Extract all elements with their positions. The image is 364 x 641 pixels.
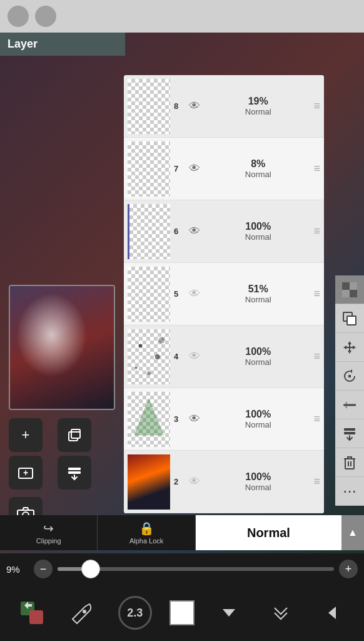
layer-opacity-3: 100%	[245, 409, 271, 420]
alpha-lock-button[interactable]: 🔒 Alpha Lock	[98, 515, 195, 550]
top-circle-2[interactable]	[35, 6, 56, 27]
eyedropper-button[interactable]	[66, 596, 100, 630]
svg-rect-14	[348, 375, 351, 377]
layer-mode-8: Normal	[245, 107, 271, 116]
blend-expand-icon: ▲	[348, 527, 358, 538]
svg-rect-9	[350, 290, 357, 297]
layer-menu-icon-5[interactable]: ≡	[313, 287, 320, 300]
svg-rect-4	[68, 468, 81, 470]
brush-size-value: 2.3	[127, 607, 143, 620]
blend-expand-button[interactable]: ▲	[341, 515, 364, 550]
opacity-slider-track[interactable]	[58, 567, 334, 571]
flatten-button[interactable]	[58, 456, 91, 490]
layer-panel-header: Layer	[0, 33, 125, 56]
layer-row[interactable]: 6 👁 100% Normal ≡	[124, 200, 324, 263]
layer-opacity-5: 51%	[248, 284, 268, 295]
blend-mode-selector[interactable]: Normal	[196, 515, 341, 550]
layer-menu-icon-4[interactable]: ≡	[313, 350, 320, 363]
layer-menu-icon-6[interactable]: ≡	[313, 225, 320, 238]
back-button[interactable]	[315, 596, 349, 630]
layer-mode-7: Normal	[245, 170, 271, 179]
visibility-icon-3[interactable]: 👁	[189, 413, 200, 426]
layer-number-2: 2	[174, 477, 183, 486]
delete-layer-button[interactable]	[335, 448, 364, 477]
layer-number-3: 3	[174, 414, 183, 424]
layer-row[interactable]: 3 👁 100% Normal ≡	[124, 388, 324, 451]
layer-row[interactable]: 8 👁 19% Normal ≡	[124, 75, 324, 138]
layer-row[interactable]: 5 👁 51% Normal ≡	[124, 263, 324, 326]
scroll-down-button[interactable]	[212, 596, 246, 630]
layer-menu-icon-3[interactable]: ≡	[313, 413, 320, 426]
layer-row[interactable]: 2 👁 100% Normal ≡	[124, 451, 324, 513]
layer-opacity-8: 19%	[248, 96, 268, 107]
layer-menu-icon-2[interactable]: ≡	[313, 475, 320, 488]
svg-rect-1	[71, 429, 80, 438]
layer-thumbnail-7	[128, 141, 170, 197]
opacity-slider-thumb[interactable]	[81, 560, 100, 578]
svg-text:+: +	[23, 468, 28, 478]
visibility-icon-6[interactable]: 👁	[189, 225, 200, 238]
visibility-icon-4[interactable]: 👁	[189, 350, 200, 363]
left-tool-panel: + +	[9, 418, 103, 531]
layer-mode-3: Normal	[245, 420, 271, 429]
swap-colors-button[interactable]	[15, 596, 49, 630]
svg-rect-16	[344, 428, 355, 431]
layer-menu-icon-8[interactable]: ≡	[313, 100, 320, 113]
duplicate-layer-button[interactable]	[58, 418, 91, 452]
transform-button[interactable]	[335, 304, 364, 333]
flip-button[interactable]	[335, 391, 364, 419]
svg-rect-10	[350, 282, 357, 290]
layer-menu-icon-7[interactable]: ≡	[313, 162, 320, 175]
blend-mode-value: Normal	[247, 526, 290, 540]
layer-info-5: 51% Normal	[206, 284, 310, 304]
layer-info-4: 100% Normal	[206, 346, 310, 367]
layer-thumbnail-2	[128, 454, 170, 510]
move-button[interactable]	[335, 333, 364, 362]
scroll-down-alt-button[interactable]	[264, 596, 298, 630]
opacity-bar: 9% − +	[0, 553, 364, 585]
clipping-label: Clipping	[36, 537, 61, 545]
svg-rect-13	[347, 316, 356, 325]
merge-down-button[interactable]	[335, 419, 364, 448]
visibility-icon-7[interactable]: 👁	[189, 162, 200, 175]
more-options-button[interactable]: ⋯	[335, 477, 364, 506]
rotate-button[interactable]	[335, 362, 364, 391]
clipping-icon: ↪	[43, 521, 54, 536]
layer-thumbnail-8	[128, 79, 170, 134]
layer-thumbnail-3	[128, 392, 170, 447]
top-circle-1[interactable]	[8, 6, 29, 27]
color-swatch[interactable]	[169, 600, 195, 625]
layer-title: Layer	[8, 38, 38, 50]
alpha-lock-label: Alpha Lock	[129, 537, 163, 545]
layer-number-8: 8	[174, 101, 183, 111]
layer-info-6: 100% Normal	[206, 221, 310, 242]
checkerboard-button[interactable]	[335, 275, 364, 304]
layer-row[interactable]: 4 👁 100% Normal ≡	[124, 326, 324, 388]
canvas-thumbnail	[9, 285, 115, 410]
brush-size-indicator[interactable]: 2.3	[118, 596, 152, 630]
layer-number-4: 4	[174, 352, 183, 361]
clipping-button[interactable]: ↪ Clipping	[0, 515, 98, 550]
visibility-icon-8[interactable]: 👁	[189, 100, 200, 113]
layer-row[interactable]: 7 👁 8% Normal ≡	[124, 138, 324, 200]
add-group-button[interactable]: +	[9, 456, 43, 490]
visibility-icon-5[interactable]: 👁	[189, 287, 200, 300]
layer-thumbnail-6	[128, 204, 170, 259]
layer-opacity-6: 100%	[245, 221, 271, 232]
layer-mode-2: Normal	[245, 483, 271, 492]
visibility-icon-2[interactable]: 👁	[189, 475, 200, 488]
alpha-lock-icon: 🔒	[139, 521, 154, 536]
svg-rect-5	[68, 471, 81, 474]
layer-opacity-7: 8%	[251, 158, 265, 170]
opacity-decrease-button[interactable]: −	[34, 560, 53, 578]
layer-info-2: 100% Normal	[206, 471, 310, 492]
bottom-toolbar: 2.3	[0, 585, 364, 641]
add-layer-button[interactable]: +	[9, 418, 43, 452]
layer-number-5: 5	[174, 289, 183, 299]
right-tool-strip: ⋯	[335, 275, 364, 506]
layer-opacity-4: 100%	[245, 346, 271, 357]
layer-info-3: 100% Normal	[206, 409, 310, 429]
layer-number-7: 7	[174, 164, 183, 173]
layer-thumbnail-4	[128, 329, 170, 384]
opacity-increase-button[interactable]: +	[339, 560, 358, 578]
